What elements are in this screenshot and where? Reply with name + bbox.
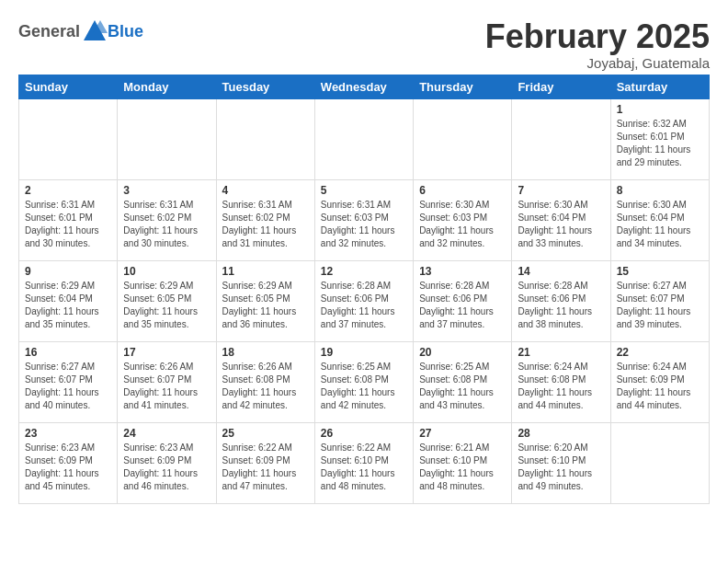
day-info: Sunrise: 6:23 AM Sunset: 6:09 PM Dayligh… (25, 442, 111, 493)
day-cell: 3Sunrise: 6:31 AM Sunset: 6:02 PM Daylig… (118, 179, 216, 260)
day-number: 15 (617, 265, 703, 278)
day-number: 6 (419, 184, 506, 197)
day-cell: 6Sunrise: 6:30 AM Sunset: 6:03 PM Daylig… (414, 179, 512, 260)
day-cell (414, 98, 512, 179)
day-cell (314, 98, 413, 179)
day-cell: 14Sunrise: 6:28 AM Sunset: 6:06 PM Dayli… (512, 260, 610, 341)
day-info: Sunrise: 6:20 AM Sunset: 6:10 PM Dayligh… (518, 442, 604, 493)
page-header: General Blue February 2025 Joyabaj, Guat… (18, 18, 710, 71)
day-info: Sunrise: 6:25 AM Sunset: 6:08 PM Dayligh… (419, 361, 506, 412)
day-info: Sunrise: 6:29 AM Sunset: 6:05 PM Dayligh… (123, 280, 210, 331)
day-cell: 18Sunrise: 6:26 AM Sunset: 6:08 PM Dayli… (216, 341, 314, 422)
day-cell: 23Sunrise: 6:23 AM Sunset: 6:09 PM Dayli… (19, 422, 118, 503)
day-number: 23 (25, 427, 111, 440)
day-cell: 5Sunrise: 6:31 AM Sunset: 6:03 PM Daylig… (314, 179, 413, 260)
day-number: 8 (617, 184, 703, 197)
day-number: 1 (617, 103, 703, 116)
day-cell: 20Sunrise: 6:25 AM Sunset: 6:08 PM Dayli… (414, 341, 512, 422)
day-cell: 13Sunrise: 6:28 AM Sunset: 6:06 PM Dayli… (414, 260, 512, 341)
day-info: Sunrise: 6:32 AM Sunset: 6:01 PM Dayligh… (617, 118, 703, 169)
day-number: 25 (222, 427, 309, 440)
day-info: Sunrise: 6:27 AM Sunset: 6:07 PM Dayligh… (617, 280, 703, 331)
day-cell (610, 422, 709, 503)
day-cell: 17Sunrise: 6:26 AM Sunset: 6:07 PM Dayli… (118, 341, 216, 422)
day-cell (19, 98, 118, 179)
day-info: Sunrise: 6:28 AM Sunset: 6:06 PM Dayligh… (419, 280, 506, 331)
day-number: 21 (518, 346, 604, 359)
day-number: 2 (25, 184, 111, 197)
day-number: 4 (222, 184, 309, 197)
day-number: 7 (518, 184, 604, 197)
day-number: 16 (25, 346, 111, 359)
day-cell: 2Sunrise: 6:31 AM Sunset: 6:01 PM Daylig… (19, 179, 118, 260)
day-cell: 12Sunrise: 6:28 AM Sunset: 6:06 PM Dayli… (314, 260, 413, 341)
day-info: Sunrise: 6:28 AM Sunset: 6:06 PM Dayligh… (518, 280, 604, 331)
day-number: 20 (419, 346, 506, 359)
week-row-3: 9Sunrise: 6:29 AM Sunset: 6:04 PM Daylig… (19, 260, 710, 341)
day-info: Sunrise: 6:31 AM Sunset: 6:01 PM Dayligh… (25, 199, 111, 250)
day-cell: 24Sunrise: 6:23 AM Sunset: 6:09 PM Dayli… (118, 422, 216, 503)
day-cell: 22Sunrise: 6:24 AM Sunset: 6:09 PM Dayli… (610, 341, 709, 422)
day-info: Sunrise: 6:22 AM Sunset: 6:09 PM Dayligh… (222, 442, 309, 493)
day-number: 5 (321, 184, 407, 197)
day-info: Sunrise: 6:24 AM Sunset: 6:09 PM Dayligh… (617, 361, 703, 412)
day-cell: 21Sunrise: 6:24 AM Sunset: 6:08 PM Dayli… (512, 341, 610, 422)
day-info: Sunrise: 6:30 AM Sunset: 6:04 PM Dayligh… (518, 199, 604, 250)
day-info: Sunrise: 6:25 AM Sunset: 6:08 PM Dayligh… (321, 361, 407, 412)
day-cell: 27Sunrise: 6:21 AM Sunset: 6:10 PM Dayli… (414, 422, 512, 503)
week-row-4: 16Sunrise: 6:27 AM Sunset: 6:07 PM Dayli… (19, 341, 710, 422)
day-info: Sunrise: 6:31 AM Sunset: 6:02 PM Dayligh… (222, 199, 309, 250)
day-info: Sunrise: 6:24 AM Sunset: 6:08 PM Dayligh… (518, 361, 604, 412)
day-number: 12 (321, 265, 407, 278)
day-info: Sunrise: 6:30 AM Sunset: 6:04 PM Dayligh… (617, 199, 703, 250)
day-info: Sunrise: 6:31 AM Sunset: 6:03 PM Dayligh… (321, 199, 407, 250)
day-cell: 7Sunrise: 6:30 AM Sunset: 6:04 PM Daylig… (512, 179, 610, 260)
day-number: 17 (123, 346, 210, 359)
day-cell: 11Sunrise: 6:29 AM Sunset: 6:05 PM Dayli… (216, 260, 314, 341)
day-cell (118, 98, 216, 179)
logo-icon (82, 18, 108, 44)
week-row-2: 2Sunrise: 6:31 AM Sunset: 6:01 PM Daylig… (19, 179, 710, 260)
day-cell: 16Sunrise: 6:27 AM Sunset: 6:07 PM Dayli… (19, 341, 118, 422)
day-info: Sunrise: 6:22 AM Sunset: 6:10 PM Dayligh… (321, 442, 407, 493)
day-number: 11 (222, 265, 309, 278)
week-row-1: 1Sunrise: 6:32 AM Sunset: 6:01 PM Daylig… (19, 98, 710, 179)
day-info: Sunrise: 6:29 AM Sunset: 6:05 PM Dayligh… (222, 280, 309, 331)
day-cell (512, 98, 610, 179)
day-info: Sunrise: 6:27 AM Sunset: 6:07 PM Dayligh… (25, 361, 111, 412)
day-number: 28 (518, 427, 604, 440)
title-area: February 2025 Joyabaj, Guatemala (485, 18, 710, 71)
weekday-header-friday: Friday (512, 75, 610, 98)
day-number: 22 (617, 346, 703, 359)
day-cell: 9Sunrise: 6:29 AM Sunset: 6:04 PM Daylig… (19, 260, 118, 341)
day-info: Sunrise: 6:26 AM Sunset: 6:07 PM Dayligh… (123, 361, 210, 412)
calendar-table: SundayMondayTuesdayWednesdayThursdayFrid… (18, 75, 710, 504)
weekday-header-saturday: Saturday (610, 75, 709, 98)
day-cell: 25Sunrise: 6:22 AM Sunset: 6:09 PM Dayli… (216, 422, 314, 503)
day-number: 14 (518, 265, 604, 278)
weekday-header-monday: Monday (118, 75, 216, 98)
day-number: 18 (222, 346, 309, 359)
weekday-header-row: SundayMondayTuesdayWednesdayThursdayFrid… (19, 75, 710, 98)
location: Joyabaj, Guatemala (485, 55, 710, 71)
day-info: Sunrise: 6:31 AM Sunset: 6:02 PM Dayligh… (123, 199, 210, 250)
day-number: 13 (419, 265, 506, 278)
day-number: 3 (123, 184, 210, 197)
logo-blue: Blue (108, 22, 143, 41)
day-info: Sunrise: 6:21 AM Sunset: 6:10 PM Dayligh… (419, 442, 506, 493)
month-title: February 2025 (485, 18, 710, 55)
day-number: 27 (419, 427, 506, 440)
week-row-5: 23Sunrise: 6:23 AM Sunset: 6:09 PM Dayli… (19, 422, 710, 503)
day-cell: 4Sunrise: 6:31 AM Sunset: 6:02 PM Daylig… (216, 179, 314, 260)
day-info: Sunrise: 6:23 AM Sunset: 6:09 PM Dayligh… (123, 442, 210, 493)
day-number: 19 (321, 346, 407, 359)
day-cell: 10Sunrise: 6:29 AM Sunset: 6:05 PM Dayli… (118, 260, 216, 341)
day-cell: 8Sunrise: 6:30 AM Sunset: 6:04 PM Daylig… (610, 179, 709, 260)
day-cell: 19Sunrise: 6:25 AM Sunset: 6:08 PM Dayli… (314, 341, 413, 422)
logo: General Blue (18, 18, 143, 44)
day-number: 10 (123, 265, 210, 278)
day-cell: 1Sunrise: 6:32 AM Sunset: 6:01 PM Daylig… (610, 98, 709, 179)
day-cell: 15Sunrise: 6:27 AM Sunset: 6:07 PM Dayli… (610, 260, 709, 341)
day-number: 24 (123, 427, 210, 440)
weekday-header-sunday: Sunday (19, 75, 118, 98)
